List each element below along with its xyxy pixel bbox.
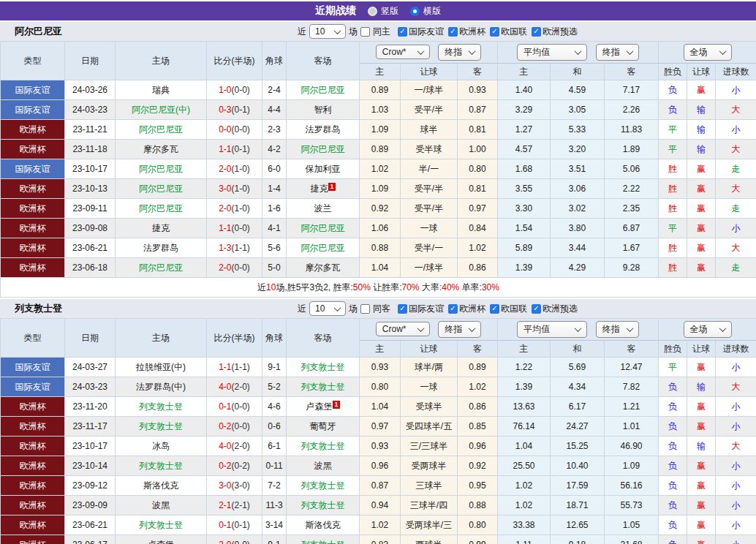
odds-home: 1.02 xyxy=(360,515,401,535)
match-row: 欧洲杯23-06-21法罗群岛1-3(1-1)5-6阿尔巴尼亚0.88受半/一1… xyxy=(1,238,756,258)
league-checkbox[interactable]: ✓ xyxy=(532,304,541,314)
odds-away: 0.93 xyxy=(458,80,498,100)
games-suffix-label: 场 xyxy=(349,303,358,315)
odds-handicap: 半/一 xyxy=(401,159,458,179)
same-venue-label: 同主 xyxy=(373,26,390,38)
bookmaker-select[interactable]: Crow* xyxy=(376,45,430,59)
summary-segment: 近 xyxy=(257,282,266,292)
chevron-down-icon xyxy=(469,48,476,55)
league-checkbox[interactable]: ✓ xyxy=(398,304,407,314)
result-outcome: 平 xyxy=(659,358,687,377)
avg-draw: 5.33 xyxy=(551,120,605,140)
red-card-badge: 1 xyxy=(333,401,339,409)
final-odds-select[interactable]: 终指 xyxy=(438,321,481,338)
odds-handicap: 受半/一 xyxy=(401,238,458,258)
result-goals: 走 xyxy=(716,199,756,219)
away-team: 智利 xyxy=(287,100,360,120)
home-team: 波黑 xyxy=(116,496,207,515)
avg-away: 12.47 xyxy=(605,358,659,377)
odds-away: 1.00 xyxy=(458,140,498,159)
match-date: 24-03-26 xyxy=(65,80,116,100)
subcol-avg-home: 主 xyxy=(498,64,551,80)
final-avg-select[interactable]: 终指 xyxy=(596,44,639,61)
avg-away: 2.22 xyxy=(605,179,659,199)
summary-segment: 30% xyxy=(482,282,499,292)
subcol-odds-home: 主 xyxy=(360,341,401,358)
radio-horizontal-icon[interactable] xyxy=(410,7,420,16)
team-label: 列支敦士登 xyxy=(139,421,183,431)
fulltime-score: 0-2 xyxy=(219,461,231,471)
avg-draw: 6.17 xyxy=(551,397,605,417)
games-count-select[interactable]: 10 xyxy=(309,301,346,316)
odds-away: 1.02 xyxy=(458,377,498,397)
match-type-badge: 欧洲杯 xyxy=(1,397,65,417)
match-date: 23-09-11 xyxy=(65,199,116,219)
final-avg-select[interactable]: 终指 xyxy=(596,321,639,338)
odds-home: 0.89 xyxy=(360,140,401,159)
league-checkbox[interactable]: ✓ xyxy=(398,27,407,37)
result-outcome: 平 xyxy=(659,140,687,159)
result-goals: 大 xyxy=(716,238,756,258)
team-label: 阿尔巴尼亚 xyxy=(139,164,183,174)
avg-away: 2.26 xyxy=(605,100,659,120)
avg-draw: 10.40 xyxy=(551,456,605,476)
team-label: 阿尔巴尼亚 xyxy=(139,203,183,214)
avg-away: 11.83 xyxy=(605,120,659,140)
league-filter: ✓国际友谊 xyxy=(398,26,444,38)
col-home: 主场 xyxy=(116,319,207,358)
subcol-avg-away: 客 xyxy=(605,64,659,80)
layout-radio-horizontal[interactable]: 横版 xyxy=(410,5,441,18)
team-label: 波黑 xyxy=(314,461,332,471)
avg-home: 1.54 xyxy=(498,219,551,238)
final-odds-select[interactable]: 终指 xyxy=(438,44,481,61)
league-checkbox[interactable]: ✓ xyxy=(532,27,541,37)
result-goals: 走 xyxy=(716,159,756,179)
games-count-select[interactable]: 10 xyxy=(309,24,346,39)
fulltime-score: 3-0 xyxy=(219,184,231,194)
league-checkbox[interactable]: ✓ xyxy=(490,27,499,37)
corner-score: 1-6 xyxy=(262,199,287,219)
avg-draw: 3.06 xyxy=(551,179,605,199)
match-row: 欧洲杯23-09-11阿尔巴尼亚2-0(1-0)1-6波兰0.92受平/半0.9… xyxy=(1,199,756,219)
col-away: 客场 xyxy=(287,319,360,358)
score-cell: 2-1(2-1) xyxy=(207,496,262,515)
radio-vertical-icon[interactable] xyxy=(368,7,377,16)
layout-radio-vertical[interactable]: 竖版 xyxy=(368,5,398,18)
average-select[interactable]: 平均值 xyxy=(517,321,587,338)
fulltime-select[interactable]: 全场 xyxy=(684,321,732,338)
league-label: 欧洲预选 xyxy=(543,303,578,315)
league-checkbox-group: ✓国际友谊✓欧洲杯✓欧国联✓欧洲预选 xyxy=(393,303,578,315)
match-row: 欧洲杯23-06-17卢森堡2-0(0-0)9-1列支敦士登0.83两球半0.9… xyxy=(1,535,756,544)
same-venue-checkbox[interactable] xyxy=(360,304,370,314)
odds-handicap: 受平/半 xyxy=(401,100,458,120)
games-count-value: 10 xyxy=(315,26,325,37)
corner-score: 2-4 xyxy=(262,80,287,100)
away-team: 摩尔多瓦 xyxy=(287,258,360,278)
bookmaker-select[interactable]: Crow* xyxy=(376,322,430,336)
chevron-down-icon xyxy=(719,325,726,332)
league-checkbox[interactable]: ✓ xyxy=(448,27,458,37)
match-date: 23-10-17 xyxy=(65,437,116,456)
league-label: 国际友谊 xyxy=(409,303,444,315)
fulltime-select[interactable]: 全场 xyxy=(684,44,732,61)
score-cell: 4-0(2-0) xyxy=(207,377,262,397)
home-team: 阿尔巴尼亚(中) xyxy=(116,100,207,120)
average-select[interactable]: 平均值 xyxy=(517,44,587,61)
col-home: 主场 xyxy=(116,42,207,80)
red-card-badge: 1 xyxy=(328,183,335,191)
league-checkbox[interactable]: ✓ xyxy=(448,304,458,314)
odds-home: 0.93 xyxy=(360,437,401,456)
result-goals: 大 xyxy=(716,377,756,397)
halftime-score: (1-1) xyxy=(232,243,250,253)
odds-away: 0.84 xyxy=(458,219,498,238)
halftime-score: (1-0) xyxy=(232,184,250,194)
avg-away: 1.21 xyxy=(605,397,659,417)
avg-draw: 15.25 xyxy=(551,437,605,456)
odds-away: 0.92 xyxy=(458,456,498,476)
odds-handicap: 受平/半 xyxy=(401,199,458,219)
match-row: 欧洲杯23-11-20列支敦士登0-1(0-0)4-6卢森堡11.04受球半0.… xyxy=(1,397,756,417)
score-cell: 1-3(1-1) xyxy=(207,238,262,258)
same-venue-checkbox[interactable] xyxy=(360,27,370,37)
league-checkbox[interactable]: ✓ xyxy=(490,304,499,314)
chevron-down-icon xyxy=(334,27,341,34)
